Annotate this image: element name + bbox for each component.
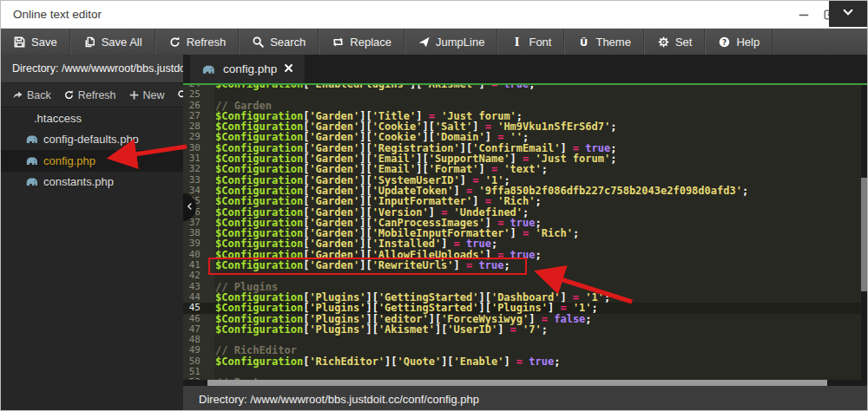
refresh-icon bbox=[168, 36, 181, 49]
php-icon bbox=[25, 155, 39, 166]
file-item-config-defaults-php[interactable]: config-defaults.php bbox=[1, 129, 183, 151]
sidebar-button-label: New bbox=[143, 89, 165, 101]
jumpline-button[interactable]: JumpLine bbox=[404, 29, 497, 55]
main-toolbar: SaveSave AllRefreshSearchReplaceJumpLine… bbox=[1, 29, 868, 55]
jumpline-icon bbox=[418, 36, 431, 49]
search-button[interactable]: Search bbox=[239, 29, 319, 55]
line-text bbox=[207, 335, 215, 345]
back-icon bbox=[12, 89, 23, 101]
code-line-50[interactable]: 50$Configuration['RichEditor']['Quote'][… bbox=[183, 356, 868, 367]
sidebar-button-label: Back bbox=[27, 89, 51, 101]
line-text: $Configuration['EnabledPlugins']['Akisme… bbox=[207, 85, 536, 89]
refresh-button[interactable]: Refresh bbox=[155, 29, 240, 55]
toolbar-button-label: Replace bbox=[350, 36, 391, 49]
line-number: 49 bbox=[183, 345, 207, 356]
file-name: .htaccess bbox=[34, 112, 82, 125]
theme-icon: Ü bbox=[577, 36, 590, 49]
line-number: 45 bbox=[183, 303, 207, 313]
file-item--htaccess[interactable]: .htaccess bbox=[1, 108, 183, 129]
line-text: $Configuration['Plugins']['Akismet']['Us… bbox=[207, 324, 548, 335]
status-bar: Directory: /www/wwwroot/bbs.justdoit.cc/… bbox=[183, 386, 868, 411]
toolbar-button-label: Help bbox=[736, 36, 760, 49]
tab-config-php[interactable]: config.php bbox=[190, 55, 305, 83]
replace-icon bbox=[332, 36, 345, 49]
sidebar-new-button[interactable]: New bbox=[122, 89, 171, 101]
minimize-button[interactable] bbox=[797, 9, 810, 22]
theme-button[interactable]: ÜTheme bbox=[564, 29, 643, 55]
toolbar-button-label: Set bbox=[675, 36, 693, 49]
tab-bar: config.php bbox=[183, 55, 868, 83]
file-name: config-defaults.php bbox=[43, 133, 139, 146]
replace-button[interactable]: Replace bbox=[319, 29, 404, 55]
sidebar-toolbar: BackRefreshNewSearch bbox=[1, 83, 183, 108]
file-list: .htaccessconfig-defaults.phpconfig.phpco… bbox=[1, 108, 183, 192]
sidebar-refresh-button[interactable]: Refresh bbox=[57, 89, 122, 101]
toolbar-button-label: JumpLine bbox=[436, 36, 484, 49]
save-button[interactable]: Save bbox=[1, 29, 70, 55]
toolbar-button-label: Refresh bbox=[187, 36, 227, 49]
code-line-47[interactable]: 47$Configuration['Plugins']['Akismet']['… bbox=[183, 324, 868, 335]
file-item-config-php[interactable]: config.php bbox=[1, 150, 183, 172]
set-button[interactable]: Set bbox=[644, 29, 706, 55]
php-icon bbox=[25, 176, 39, 187]
code-line-25[interactable]: 25 bbox=[183, 89, 868, 100]
chevron-down-icon bbox=[842, 6, 854, 22]
vertical-scrollbar-thumb[interactable] bbox=[861, 178, 868, 291]
toolbar-button-label: Search bbox=[270, 36, 306, 49]
save-all-icon bbox=[83, 36, 96, 49]
horizontal-scrollbar[interactable] bbox=[183, 380, 868, 386]
code-lines: 24$Configuration['EnabledPlugins']['Akis… bbox=[183, 85, 868, 386]
toolbar-button-label: Font bbox=[529, 36, 551, 49]
line-number: 42 bbox=[183, 271, 207, 281]
tab-title: config.php bbox=[223, 62, 277, 75]
window-title: Online text editor bbox=[13, 8, 102, 21]
line-text bbox=[207, 367, 215, 377]
code-area[interactable]: 24$Configuration['EnabledPlugins']['Akis… bbox=[183, 85, 868, 386]
line-number: 46 bbox=[183, 314, 207, 324]
file-name: config.php bbox=[43, 154, 95, 167]
svg-text:?: ? bbox=[722, 37, 727, 46]
svg-text:I: I bbox=[515, 36, 520, 48]
horizontal-scrollbar-thumb[interactable] bbox=[207, 380, 827, 386]
vertical-scrollbar[interactable] bbox=[861, 85, 868, 386]
chevron-left-icon bbox=[186, 199, 194, 215]
line-number: 25 bbox=[183, 89, 207, 100]
help-button[interactable]: ?Help bbox=[705, 29, 773, 55]
sidebar-back-button[interactable]: Back bbox=[6, 89, 57, 101]
file-name: constants.php bbox=[43, 175, 114, 188]
font-button[interactable]: IFont bbox=[497, 29, 564, 55]
app-window: Online text editor SaveSave AllRefreshSe… bbox=[0, 0, 868, 411]
toolbar-more-button[interactable] bbox=[829, 1, 867, 27]
line-number: 29 bbox=[183, 132, 207, 142]
tab-close-icon[interactable] bbox=[284, 62, 293, 75]
help-icon: ? bbox=[718, 36, 731, 49]
line-text: $Configuration['RichEditor']['Quote']['E… bbox=[207, 356, 560, 367]
title-bar: Online text editor bbox=[1, 1, 868, 29]
sidebar-button-label: Refresh bbox=[78, 89, 116, 101]
refresh-icon bbox=[63, 89, 75, 101]
annotation-highlight-box bbox=[208, 258, 527, 275]
toolbar-button-label: Theme bbox=[595, 36, 630, 49]
font-icon: I bbox=[510, 36, 523, 49]
line-number: 32 bbox=[183, 164, 207, 174]
plus-icon bbox=[128, 89, 140, 101]
toolbar-button-label: Save All bbox=[102, 36, 142, 49]
php-file-icon bbox=[201, 63, 216, 75]
save-icon bbox=[13, 36, 26, 49]
file-sidebar: Directory: /www/wwwroot/bbs.justdoit....… bbox=[1, 55, 183, 411]
gear-icon bbox=[657, 36, 670, 49]
svg-text:Ü: Ü bbox=[580, 36, 588, 49]
editor-pane: config.php 24$Configuration['EnabledPlug… bbox=[183, 55, 868, 386]
code-line-51[interactable]: 51 bbox=[183, 367, 868, 377]
toolbar-button-label: Save bbox=[31, 36, 57, 49]
line-text bbox=[207, 89, 215, 100]
sidebar-directory-label: Directory: /www/wwwroot/bbs.justdoit.... bbox=[1, 55, 183, 83]
file-item-constants-php[interactable]: constants.php bbox=[1, 172, 183, 193]
line-number: 39 bbox=[183, 238, 207, 249]
php-icon bbox=[25, 134, 39, 145]
save-all-button[interactable]: Save All bbox=[70, 29, 155, 55]
search-icon bbox=[252, 36, 265, 49]
